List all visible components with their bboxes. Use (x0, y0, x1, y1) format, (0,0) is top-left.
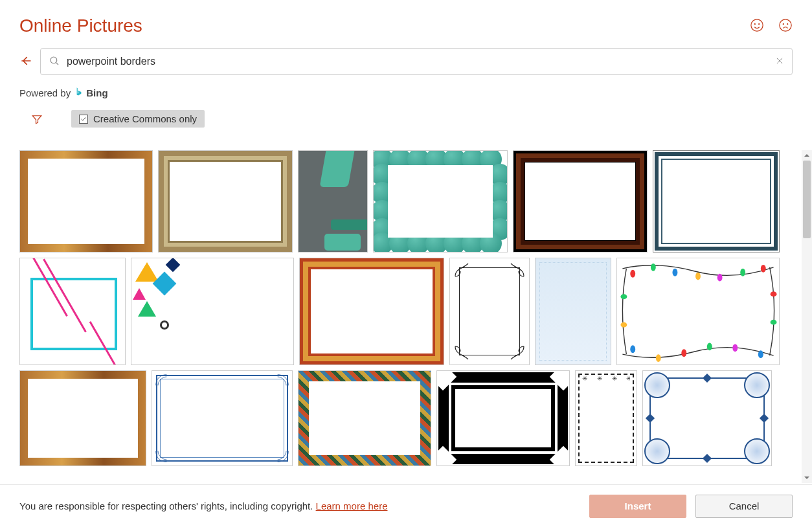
svg-point-2 (759, 23, 760, 24)
svg-point-4 (783, 23, 784, 24)
search-box[interactable] (40, 48, 793, 75)
svg-point-12 (740, 269, 745, 276)
svg-point-14 (630, 345, 635, 353)
result-thumb[interactable] (575, 370, 637, 466)
clear-search-icon[interactable] (775, 56, 784, 67)
result-thumb[interactable] (298, 150, 368, 252)
svg-point-13 (761, 265, 766, 273)
result-thumb[interactable] (152, 370, 293, 466)
svg-point-15 (656, 354, 661, 362)
svg-point-22 (771, 291, 777, 297)
result-thumb[interactable] (449, 258, 530, 365)
svg-point-10 (695, 273, 701, 280)
result-thumb[interactable] (436, 370, 570, 466)
result-thumb[interactable] (19, 370, 146, 466)
cancel-button[interactable]: Cancel (695, 495, 793, 518)
bing-label: Bing (86, 87, 107, 98)
checkbox-checked-icon (79, 115, 88, 124)
result-thumb[interactable] (19, 150, 153, 252)
results-scrollbar[interactable] (802, 150, 812, 483)
svg-point-18 (732, 344, 738, 352)
insert-button[interactable]: Insert (589, 495, 686, 518)
notice-text: You are responsible for respecting other… (19, 500, 316, 511)
search-icon (49, 55, 60, 69)
result-thumb[interactable] (642, 370, 772, 466)
feedback-frown-icon[interactable] (778, 18, 793, 34)
svg-point-5 (787, 23, 788, 24)
svg-point-3 (780, 19, 791, 30)
results-grid (19, 150, 803, 483)
svg-point-9 (672, 269, 677, 276)
svg-point-11 (717, 274, 723, 282)
scroll-up-icon[interactable] (802, 150, 812, 161)
result-thumb[interactable] (158, 150, 293, 252)
svg-point-23 (771, 320, 777, 325)
feedback-smile-icon[interactable] (750, 18, 764, 34)
svg-point-6 (51, 57, 57, 63)
copyright-notice: You are responsible for respecting other… (19, 500, 387, 511)
svg-point-17 (707, 342, 712, 350)
cc-only-label: Creative Commons only (93, 113, 197, 124)
result-thumb[interactable] (653, 150, 780, 252)
svg-point-16 (681, 349, 686, 357)
powered-by-label: Powered by (19, 87, 71, 98)
svg-point-21 (620, 322, 627, 328)
svg-point-0 (751, 19, 763, 30)
scrollbar-thumb[interactable] (803, 161, 811, 238)
svg-point-8 (651, 264, 656, 271)
result-thumb[interactable] (535, 258, 611, 365)
learn-more-link[interactable]: Learn more here (316, 500, 388, 511)
back-arrow-icon[interactable] (19, 54, 32, 69)
result-thumb[interactable] (298, 370, 431, 466)
search-input[interactable] (67, 56, 769, 67)
result-thumb[interactable] (299, 258, 444, 365)
scrollbar-track[interactable] (802, 161, 812, 473)
svg-point-20 (620, 294, 627, 299)
result-thumb[interactable] (131, 258, 294, 365)
result-thumb[interactable] (373, 150, 508, 252)
svg-point-19 (758, 350, 763, 358)
result-thumb[interactable] (616, 258, 780, 365)
creative-commons-only-toggle[interactable]: Creative Commons only (71, 110, 205, 128)
dialog-title: Online Pictures (19, 16, 142, 36)
bing-logo: Bing (74, 87, 107, 98)
scroll-down-icon[interactable] (802, 473, 812, 483)
svg-point-1 (754, 23, 755, 24)
result-thumb[interactable] (19, 258, 126, 365)
svg-point-7 (630, 270, 635, 278)
result-thumb[interactable] (513, 150, 648, 252)
filter-icon[interactable] (31, 113, 43, 125)
